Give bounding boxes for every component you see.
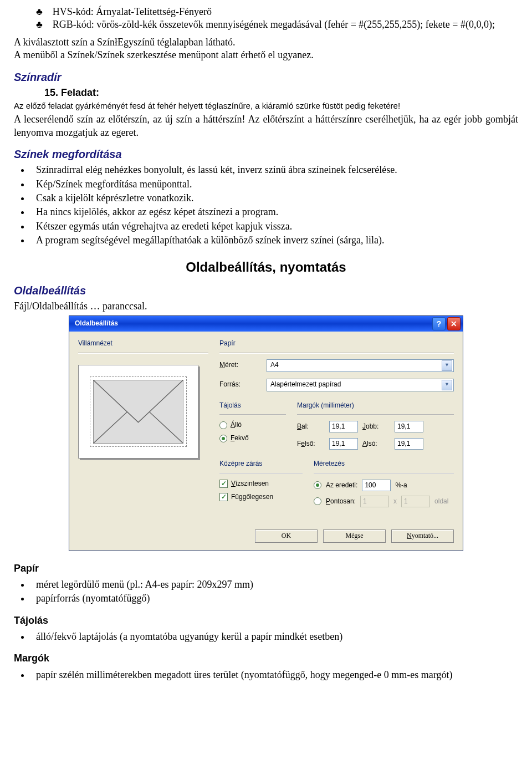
- scale-group: Méretezés Az eredeti: 100 %-a Pontosan: …: [314, 460, 454, 512]
- scale-orig-input[interactable]: 100: [362, 480, 391, 491]
- help-button[interactable]: ?: [432, 317, 446, 330]
- portrait-label: Álló: [231, 421, 242, 430]
- margins-list: papír szélén milliméterekben megadott ür…: [30, 669, 518, 681]
- intro-menu: A menüből a Színek/Színek szerkesztése m…: [14, 49, 518, 62]
- margin-left-input[interactable]: 19,1: [329, 421, 358, 432]
- margins-group-label: Margók (milliméter): [297, 401, 454, 410]
- cancel-button[interactable]: Mégse: [323, 529, 386, 543]
- orientation-group: Tájolás Álló Fekvő: [219, 401, 286, 450]
- margin-top-input[interactable]: 19,1: [329, 438, 358, 450]
- margin-top-label: Felső:: [297, 440, 324, 449]
- orientation-group-label: Tájolás: [219, 401, 286, 410]
- checkbox-icon[interactable]: [219, 493, 228, 501]
- margin-bottom-label: Alsó:: [362, 440, 389, 449]
- margin-right-label: Jobb:: [362, 422, 389, 431]
- section-eraser-title: Színradír: [14, 70, 518, 84]
- invert-list: Színradírral elég nehézkes bonyolult, és…: [30, 164, 518, 247]
- landscape-radio-row[interactable]: Fekvő: [219, 434, 286, 443]
- doc-paper-title: Papír: [14, 562, 518, 575]
- source-combo[interactable]: Alapértelmezett papírad ▼: [267, 379, 454, 391]
- horiz-check-row[interactable]: Vízszintesen: [219, 480, 303, 488]
- dialog-titlebar[interactable]: Oldalbeállítás ? ✕: [69, 316, 463, 332]
- radio-icon[interactable]: [314, 497, 321, 505]
- radio-icon[interactable]: [219, 435, 227, 442]
- printer-button[interactable]: Nyomtató...: [391, 529, 454, 543]
- source-label: Forrás:: [219, 380, 261, 389]
- intro-rgb: RGB-kód: vörös-zöld-kék összetevők menny…: [36, 18, 518, 31]
- margin-right-input[interactable]: 19,1: [395, 421, 423, 432]
- list-item: Kétszer egymás után végrehajtva az erede…: [30, 220, 518, 233]
- source-value: Alapértelmezett papírad: [270, 380, 442, 389]
- eraser-note: A lecserélendő szín az előtérszín, az új…: [14, 113, 518, 139]
- dialog-button-row: OK Mégse Nyomtató...: [69, 529, 463, 551]
- vert-check-row[interactable]: Függőlegesen: [219, 493, 303, 502]
- scale-orig-suffix: %-a: [395, 481, 407, 490]
- paper-group-label: Papír: [219, 339, 454, 348]
- size-combo[interactable]: A4 ▼: [267, 359, 454, 372]
- setup-cmd: Fájl/Oldalbeállítás … paranccsal.: [14, 300, 518, 313]
- list-item: A program segítségével megállapíthatóak …: [30, 234, 518, 247]
- list-item: papírforrás (nyomtatófüggő): [30, 592, 518, 605]
- ok-button[interactable]: OK: [255, 529, 318, 543]
- section-setup-title: Oldalbeállítás: [14, 283, 518, 298]
- orient-list: álló/fekvő laptájolás (a nyomtatóba ugya…: [30, 630, 518, 643]
- landscape-label: Fekvő: [231, 434, 249, 443]
- scale-orig-label: Az eredeti:: [326, 481, 357, 490]
- list-item: Kép/Színek megfordítása menüponttal.: [30, 178, 518, 191]
- doc-margins-title: Margók: [14, 652, 518, 665]
- radio-icon[interactable]: [219, 421, 227, 429]
- dialog-title: Oldalbeállítás: [75, 319, 118, 328]
- scale-exact-h-input: 1: [401, 496, 430, 507]
- size-value: A4: [270, 361, 442, 370]
- scale-exact-label: Pontosan:: [326, 497, 356, 506]
- preview-frame: [78, 365, 198, 459]
- paper-group: Papír Méret: A4 ▼ Forrás: Alapértelmezet…: [219, 339, 454, 391]
- page-setup-heading: Oldalbeállítás, nyomtatás: [14, 258, 518, 276]
- svg-rect-0: [93, 380, 183, 444]
- preview-envelope-icon: [93, 380, 183, 444]
- list-item: papír szélén milliméterekben megadott ür…: [30, 669, 518, 681]
- close-button[interactable]: ✕: [447, 317, 461, 330]
- scale-exact-suffix: oldal: [434, 497, 448, 506]
- intro-chosen: A kiválasztott szín a SzínłEgyszínű tégl…: [14, 36, 518, 49]
- scale-exact-row[interactable]: Pontosan: 1 x 1 oldal: [314, 496, 454, 507]
- list-item: Ha nincs kijelölés, akkor az egész képet…: [30, 206, 518, 218]
- scale-original-row[interactable]: Az eredeti: 100 %-a: [314, 480, 454, 491]
- chevron-down-icon[interactable]: ▼: [442, 380, 452, 390]
- scale-group-label: Méretezés: [314, 460, 454, 468]
- list-item: Csak a kijelölt képrészletre vonatkozik.: [30, 192, 518, 205]
- section-invert-title: Színek megfordítása: [14, 147, 518, 161]
- paper-list: méret legördülő menü (pl.: A4-es papír: …: [30, 578, 518, 605]
- center-group: Középre zárás Vízszintesen Függőlegesen: [219, 460, 303, 512]
- portrait-radio-row[interactable]: Álló: [219, 421, 286, 430]
- list-item: Színradírral elég nehézkes bonyolult, és…: [30, 164, 518, 176]
- scale-exact-w-input: 1: [360, 496, 389, 507]
- intro-list: HVS-kód: Árnyalat-Telítettség-Fényerő RG…: [36, 6, 518, 32]
- margin-bottom-input[interactable]: 19,1: [395, 438, 423, 450]
- task-body: Az előző feladat gyárkéményét fesd át fe…: [14, 100, 518, 111]
- list-item: méret legördülő menü (pl.: A4-es papír: …: [30, 578, 518, 591]
- horiz-label: Vízszintesen: [231, 480, 269, 488]
- doc-orient-title: Tájolás: [14, 614, 518, 627]
- margin-left-label: Bal:: [297, 422, 324, 431]
- preview-group-label: Villámnézet: [78, 339, 208, 348]
- vert-label: Függőlegesen: [231, 493, 273, 502]
- scale-x: x: [393, 497, 397, 506]
- intro-hvs: HVS-kód: Árnyalat-Telítettség-Fényerő: [36, 6, 518, 18]
- page-setup-dialog: Oldalbeállítás ? ✕ Villámnézet: [69, 315, 463, 551]
- list-item: álló/fekvő laptájolás (a nyomtatóba ugya…: [30, 630, 518, 643]
- radio-icon[interactable]: [314, 481, 321, 489]
- task-number: 15. Feladat:: [44, 86, 518, 99]
- checkbox-icon[interactable]: [219, 480, 228, 488]
- chevron-down-icon[interactable]: ▼: [442, 360, 452, 371]
- size-label: Méret:: [219, 361, 261, 370]
- margins-group: Margók (milliméter) Bal: 19,1 Jobb: 19,1…: [297, 401, 454, 450]
- center-group-label: Középre zárás: [219, 460, 303, 468]
